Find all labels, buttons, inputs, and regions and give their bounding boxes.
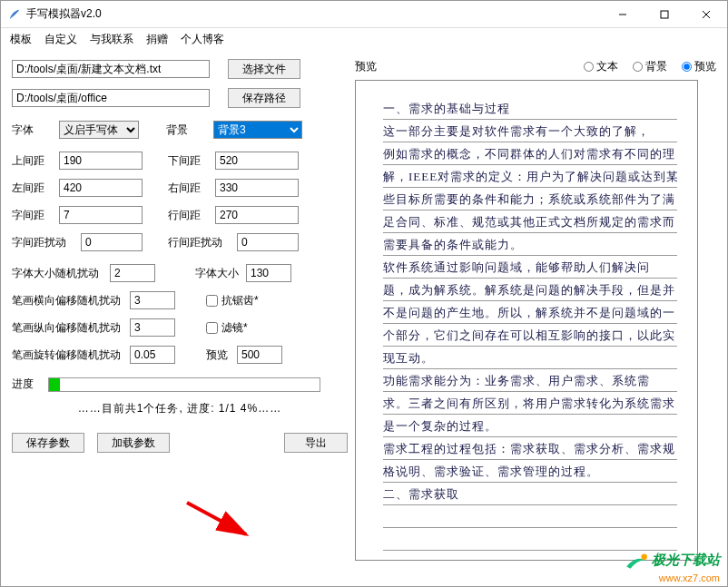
menu-blog[interactable]: 个人博客 bbox=[181, 32, 224, 47]
progress-label: 进度 bbox=[12, 377, 48, 392]
handwriting-line: 解，IEEE对需求的定义：用户为了解决问题或达到某 bbox=[383, 165, 677, 188]
menu-contact[interactable]: 与我联系 bbox=[90, 32, 133, 47]
left-margin-input[interactable] bbox=[59, 179, 143, 197]
left-panel: 选择文件 保存路径 字体 义启手写体 背景 背景3 上间距 下间距 左间距 右间… bbox=[12, 59, 348, 561]
size-rand-label: 字体大小随机扰动 bbox=[12, 266, 110, 281]
stroke-v-label: 笔画纵向偏移随机扰动 bbox=[12, 320, 130, 336]
handwriting-line: 例如需求的概念，不同群体的人们对需求有不同的理 bbox=[383, 142, 677, 165]
preview-mode-radios: 文本 背景 预览 bbox=[584, 59, 716, 74]
stroke-r-label: 笔画旋转偏移随机扰动 bbox=[12, 347, 130, 363]
filter-label: 滤镜* bbox=[221, 320, 248, 336]
bg-select[interactable]: 背景3 bbox=[213, 121, 302, 139]
top-margin-input[interactable] bbox=[59, 152, 143, 170]
source-file-input[interactable] bbox=[12, 60, 210, 78]
export-button[interactable]: 导出 bbox=[284, 433, 348, 453]
handwriting-line: 些目标所需要的条件和能力；系统或系统部件为了满 bbox=[383, 188, 677, 210]
stroke-h-label: 笔画横向偏移随机扰动 bbox=[12, 293, 130, 308]
font-select[interactable]: 义启手写体 bbox=[59, 121, 139, 139]
size-rand-input[interactable] bbox=[110, 264, 155, 282]
handwriting-line: 格说明、需求验证、需求管理的过程。 bbox=[383, 460, 677, 483]
minimize-button[interactable] bbox=[602, 1, 644, 28]
watermark-text: 极光下载站 bbox=[652, 552, 720, 567]
save-params-button[interactable]: 保存参数 bbox=[12, 433, 84, 453]
menubar: 模板 自定义 与我联系 捐赠 个人博客 bbox=[1, 28, 727, 50]
save-path-input[interactable] bbox=[12, 89, 210, 107]
close-button[interactable] bbox=[685, 1, 727, 28]
handwriting-line: 二、需求获取 bbox=[383, 483, 677, 505]
menu-template[interactable]: 模板 bbox=[10, 32, 32, 47]
radio-text[interactable]: 文本 bbox=[584, 59, 618, 74]
right-margin-input[interactable] bbox=[215, 179, 299, 197]
preview-arg-label: 预览 bbox=[206, 347, 237, 363]
line-space-input[interactable] bbox=[215, 206, 299, 224]
svg-rect-1 bbox=[661, 11, 668, 18]
handwriting-line: 不是问题的产生地。所以，解系统并不是问题域的一 bbox=[383, 301, 677, 324]
char-rand-input[interactable] bbox=[81, 233, 143, 251]
progress-status: ……目前共1个任务, 进度: 1/1 4%…… bbox=[12, 401, 348, 416]
watermark: 极光下载站 www.xz7.com bbox=[625, 549, 720, 583]
preview-title: 预览 bbox=[355, 59, 377, 74]
aa-checkbox[interactable] bbox=[206, 295, 218, 307]
left-margin-label: 左间距 bbox=[12, 181, 59, 196]
right-panel: 预览 文本 背景 预览 一、需求的基础与过程这一部分主要是对软件需求有一个大致的… bbox=[348, 59, 716, 561]
handwriting-line: 题，成为解系统。解系统是问题的解决手段，但是并 bbox=[383, 279, 677, 301]
char-rand-label: 字间距扰动 bbox=[12, 235, 75, 250]
handwriting-line bbox=[383, 528, 677, 551]
line-rand-label: 行间距扰动 bbox=[168, 235, 231, 250]
save-path-button[interactable]: 保存路径 bbox=[228, 88, 300, 108]
maximize-button[interactable] bbox=[644, 1, 685, 28]
preview-canvas: 一、需求的基础与过程这一部分主要是对软件需求有一个大致的了解，例如需求的概念，不… bbox=[355, 80, 698, 561]
stroke-h-input[interactable] bbox=[130, 291, 175, 309]
stroke-r-input[interactable] bbox=[130, 346, 175, 364]
line-rand-input[interactable] bbox=[237, 233, 299, 251]
handwriting-line: 功能需求能分为：业务需求、用户需求、系统需 bbox=[383, 369, 677, 392]
handwriting-line: 需要具备的条件或能力。 bbox=[383, 233, 677, 256]
handwriting-line bbox=[383, 505, 677, 528]
handwriting-line: 求。三者之间有所区别，将用户需求转化为系统需求 bbox=[383, 392, 677, 415]
watermark-logo-icon bbox=[625, 549, 648, 572]
size-label: 字体大小 bbox=[195, 266, 246, 281]
bottom-margin-input[interactable] bbox=[215, 152, 299, 170]
size-input[interactable] bbox=[246, 264, 291, 282]
line-space-label: 行间距 bbox=[168, 208, 215, 223]
menu-donate[interactable]: 捐赠 bbox=[146, 32, 168, 47]
window-title: 手写模拟器v2.0 bbox=[26, 6, 602, 22]
app-icon bbox=[8, 8, 21, 21]
svg-point-5 bbox=[641, 553, 647, 560]
handwriting-line: 这一部分主要是对软件需求有一个大致的了解， bbox=[383, 120, 677, 142]
watermark-url: www.xz7.com bbox=[625, 572, 720, 583]
handwriting-line: 现互动。 bbox=[383, 347, 677, 369]
aa-label: 抗锯齿* bbox=[221, 293, 259, 308]
handwriting-line: 需求工程的过程包括：需求获取、需求分析、需求规 bbox=[383, 437, 677, 460]
load-params-button[interactable]: 加载参数 bbox=[97, 433, 170, 453]
titlebar: 手写模拟器v2.0 bbox=[1, 1, 727, 28]
bottom-margin-label: 下间距 bbox=[168, 153, 215, 169]
font-label: 字体 bbox=[12, 122, 59, 138]
top-margin-label: 上间距 bbox=[12, 153, 59, 169]
handwriting-line: 足合同、标准、规范或其他正式文档所规定的需求而 bbox=[383, 210, 677, 233]
menu-custom[interactable]: 自定义 bbox=[44, 32, 77, 47]
radio-preview[interactable]: 预览 bbox=[682, 59, 716, 74]
handwriting-line: 软件系统通过影响问题域，能够帮助人们解决问 bbox=[383, 256, 677, 279]
bg-label: 背景 bbox=[166, 122, 213, 138]
preview-arg-input[interactable] bbox=[237, 346, 282, 364]
right-margin-label: 右间距 bbox=[168, 181, 215, 196]
char-space-input[interactable] bbox=[59, 206, 143, 224]
progress-bar bbox=[48, 377, 320, 392]
stroke-v-input[interactable] bbox=[130, 318, 175, 337]
radio-bg[interactable]: 背景 bbox=[633, 59, 667, 74]
handwriting-line: 一、需求的基础与过程 bbox=[383, 97, 677, 120]
handwriting-line: 是一个复杂的过程。 bbox=[383, 415, 677, 437]
handwriting-line: 个部分，它们之间存在可以相互影响的接口，以此实 bbox=[383, 324, 677, 347]
filter-checkbox[interactable] bbox=[206, 322, 218, 334]
char-space-label: 字间距 bbox=[12, 208, 59, 223]
choose-file-button[interactable]: 选择文件 bbox=[228, 59, 300, 79]
